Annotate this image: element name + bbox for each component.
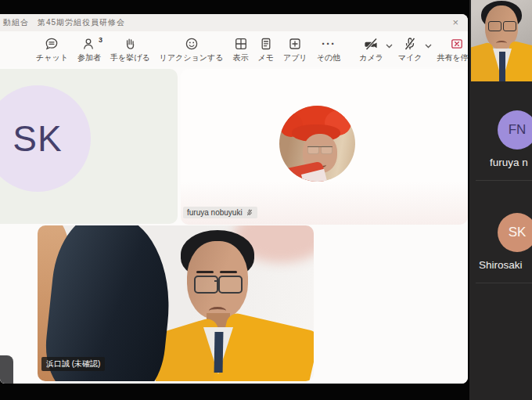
notes-icon <box>258 36 274 52</box>
glasses <box>194 276 218 294</box>
avatar-initials: FN <box>509 122 527 138</box>
participants-count-badge: 3 <box>99 36 102 44</box>
window-titlebar: 動組合 第45期労組役員研修会 × <box>0 14 468 31</box>
tie <box>499 52 505 81</box>
more-icon: ··· <box>322 36 336 52</box>
notes-button[interactable]: メモ <box>258 36 274 63</box>
participant-name: Shirosaki <box>479 259 523 271</box>
name-badge: furuya nobuyuki <box>183 207 257 218</box>
smiley-icon <box>184 36 200 52</box>
chat-icon <box>44 36 59 52</box>
camera-button[interactable]: カメラ <box>359 36 383 63</box>
background-window-corner <box>0 355 13 384</box>
sidebar-participant-furuya[interactable]: FN <box>498 110 532 150</box>
grid-icon <box>233 36 249 52</box>
video-tile-hamaguchi[interactable]: 浜口誠 (未確認) <box>38 225 314 381</box>
participant-name: furuya n <box>490 157 528 168</box>
glasses <box>307 146 332 154</box>
close-icon[interactable]: × <box>443 14 468 31</box>
mic-off-icon <box>402 36 418 52</box>
stop-share-icon <box>449 36 465 52</box>
participant-photo <box>279 106 355 182</box>
video-grid: SK furuya nobuyuki <box>0 67 468 384</box>
mic-button[interactable]: マイク <box>398 36 422 63</box>
muted-mic-icon <box>246 208 253 217</box>
reactions-button[interactable]: リアクションする <box>160 36 224 63</box>
name-badge: 浜口誠 (未確認) <box>41 357 105 371</box>
stop-sharing-button[interactable]: 共有を停止 <box>437 36 468 63</box>
more-button[interactable]: ··· その他 <box>317 36 340 63</box>
participants-button[interactable]: 3 参加者 <box>77 36 101 63</box>
video-tile-furuya[interactable]: furuya nobuyuki <box>181 69 468 225</box>
sidebar-divider <box>476 283 532 283</box>
sidebar-participant-shirosaki[interactable]: SK <box>498 213 532 252</box>
view-button[interactable]: 表示 <box>233 36 249 63</box>
avatar-sk-main: SK <box>0 85 91 192</box>
tie <box>214 332 224 373</box>
participants-icon: 3 <box>81 36 97 52</box>
meeting-window: 動組合 第45期労組役員研修会 × チャット 3 参加者 <box>0 14 468 384</box>
meeting-toolbar: チャット 3 参加者 手を挙げる リアクションする <box>0 31 468 68</box>
video-tile-sk[interactable]: SK <box>0 69 178 224</box>
meeting-title: 動組合 第45期労組役員研修会 <box>0 17 125 28</box>
mic-dropdown-chevron-icon[interactable] <box>425 38 432 52</box>
raise-hand-icon <box>122 36 138 52</box>
glasses <box>488 21 501 31</box>
self-view-video[interactable] <box>471 0 532 81</box>
avatar-initials: SK <box>13 117 62 160</box>
camera-dropdown-chevron-icon[interactable] <box>386 38 393 52</box>
chat-button[interactable]: チャット <box>36 36 68 63</box>
teams-meeting-screenshot: 動組合 第45期労組役員研修会 × チャット 3 参加者 <box>0 0 532 400</box>
camera-off-icon <box>363 36 380 52</box>
participants-sidebar: FN furuya n SK Shirosaki <box>469 0 532 400</box>
apps-button[interactable]: アプリ <box>283 36 307 63</box>
raise-hand-button[interactable]: 手を挙げる <box>110 36 150 63</box>
sidebar-divider <box>476 180 532 181</box>
avatar-initials: SK <box>509 225 527 240</box>
apps-icon <box>287 36 303 52</box>
